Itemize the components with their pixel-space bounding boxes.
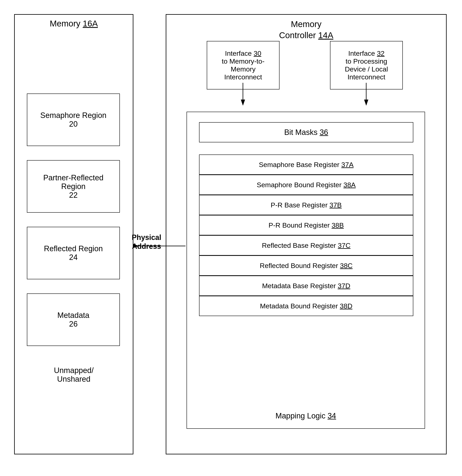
metadata-id: 26 xyxy=(57,320,89,328)
unmapped-text: Unmapped/ Unshared xyxy=(15,366,133,383)
reflected-region-box: Reflected Region 24 xyxy=(27,227,120,279)
interface-32-line3: Device / Local xyxy=(345,65,388,73)
reg1-label: Semaphore Base Register 37A xyxy=(259,161,354,169)
mapping-logic-id: 34 xyxy=(328,412,336,420)
interface-30-line2: to Memory-to- xyxy=(222,57,265,65)
partner-reflected-region-box: Partner-Reflected Region 22 xyxy=(27,160,120,213)
register-row-1: Semaphore Base Register 37A xyxy=(199,154,413,175)
interface-30-box: Interface 30 to Memory-to- Memory Interc… xyxy=(207,41,279,89)
metadata-region-box: Metadata 26 xyxy=(27,293,120,346)
controller-title-line2: Controller xyxy=(279,31,316,40)
svg-text:Address: Address xyxy=(132,242,161,250)
metadata-label: Metadata xyxy=(57,311,89,320)
reg2-label: Semaphore Bound Register 38A xyxy=(257,181,356,189)
partner-reflected-label2: Region xyxy=(43,182,104,191)
mapping-logic-text: Mapping Logic 34 xyxy=(187,412,425,420)
memory-title: Memory 16A xyxy=(15,19,133,28)
reg5-label: Reflected Base Register 37C xyxy=(262,242,350,249)
interface-32-line2: to Processing xyxy=(345,57,388,65)
svg-text:Physical: Physical xyxy=(132,233,161,242)
reg4-label: P-R Bound Register 38B xyxy=(269,221,344,229)
bit-masks-label: Bit Masks xyxy=(284,128,317,137)
register-row-8: Metadata Bound Register 38D xyxy=(199,296,413,316)
mapping-logic-label: Mapping Logic xyxy=(275,412,325,420)
reflected-region-id: 24 xyxy=(44,253,103,262)
reg8-label: Metadata Bound Register 38D xyxy=(260,302,352,310)
inner-controller-box: Bit Masks 36 Semaphore Base Register 37A… xyxy=(187,112,425,429)
interface-32-box: Interface 32 to Processing Device / Loca… xyxy=(330,41,403,89)
bit-masks-box: Bit Masks 36 xyxy=(199,122,413,142)
register-row-2: Semaphore Bound Register 38A xyxy=(199,175,413,195)
reg3-label: P-R Base Register 37B xyxy=(270,201,342,209)
semaphore-region-box: Semaphore Region 20 xyxy=(27,94,120,146)
partner-reflected-label: Partner-Reflected xyxy=(43,173,104,182)
register-row-7: Metadata Base Register 37D xyxy=(199,276,413,296)
reg6-label: Reflected Bound Register 38C xyxy=(260,262,352,270)
interface-30-line1: Interface 30 xyxy=(222,50,265,57)
interface-32-line4: Interconnect xyxy=(345,73,388,81)
semaphore-region-id: 20 xyxy=(40,120,106,128)
partner-reflected-id: 22 xyxy=(43,191,104,200)
controller-title-line1: Memory xyxy=(291,19,322,29)
memory-label: Memory xyxy=(50,19,80,28)
controller-id: 14A xyxy=(318,31,333,40)
register-row-5: Reflected Base Register 37C xyxy=(199,235,413,255)
register-row-6: Reflected Bound Register 38C xyxy=(199,255,413,276)
reflected-region-label: Reflected Region xyxy=(44,244,103,253)
memory-box: Memory 16A Semaphore Region 20 Partner-R… xyxy=(14,14,133,454)
memory-controller-box: Memory Controller 14A Interface 30 to Me… xyxy=(166,14,447,454)
interface-30-line3: Memory xyxy=(222,65,265,73)
reg7-label: Metadata Base Register 37D xyxy=(262,282,350,290)
register-row-4: P-R Bound Register 38B xyxy=(199,215,413,235)
interface-32-line1: Interface 32 xyxy=(345,50,388,57)
controller-title: Memory Controller 14A xyxy=(166,19,446,41)
semaphore-region-label: Semaphore Region xyxy=(40,111,106,120)
unmapped-line2: Unshared xyxy=(15,375,133,383)
unmapped-line1: Unmapped/ xyxy=(15,366,133,375)
register-row-3: P-R Base Register 37B xyxy=(199,195,413,215)
interface-30-line4: Interconnect xyxy=(222,73,265,81)
memory-id: 16A xyxy=(83,19,98,28)
bit-masks-id: 36 xyxy=(320,128,328,137)
